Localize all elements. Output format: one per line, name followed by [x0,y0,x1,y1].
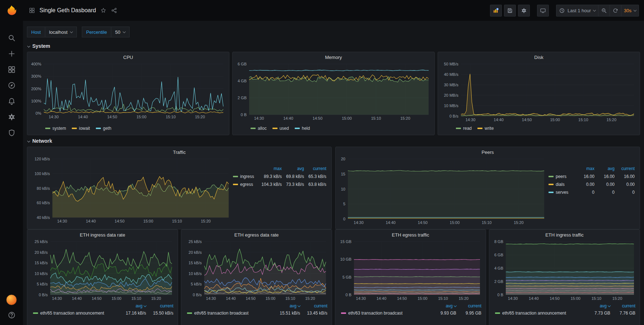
eth-egress-traffic-chart[interactable]: 15 GB10 GB5 GB0 B14:3014:4014:5015:0015:… [338,239,483,301]
legend-item[interactable]: write [477,126,494,131]
eth-ingress-rate-chart[interactable]: 25 kB/s20 kB/s15 kB/s10 kB/s5 kB/s0 B/s1… [30,239,175,301]
zoom-out-button[interactable] [598,5,610,17]
favorite-star-button[interactable] [100,7,107,14]
svg-text:15:20: 15:20 [459,296,469,301]
refresh-button[interactable] [610,5,621,17]
sidebar-item-dashboards[interactable] [8,65,16,74]
svg-text:0 B: 0 B [497,293,503,297]
svg-text:14:30: 14:30 [354,220,364,225]
eth-egress-traffic-legend: avgcurrent eth/63 transaction broadcast … [338,301,483,318]
host-variable: Host localhost [27,27,77,37]
panel-title[interactable]: ETH ingress traffic [492,232,637,239]
percentile-variable-select[interactable]: 50 [111,27,130,37]
panel-eth-ingress-data-rate: ETH ingress data rate 25 kB/s20 kB/s15 k… [27,229,178,325]
legend-item[interactable]: eth/65 transaction announcement [495,311,582,316]
eth-ingress-traffic-chart[interactable]: 8 GB6 GB4 GB2 GB0 B14:3014:4014:5015:001… [492,239,637,301]
svg-text:15:10: 15:10 [578,118,588,122]
panel-title[interactable]: ETH egress data rate [184,232,329,239]
sidebar-item-search[interactable] [8,34,16,42]
host-variable-select[interactable]: localhost [45,27,77,37]
svg-text:5 kB/s: 5 kB/s [191,282,202,286]
svg-text:15:00: 15:00 [570,296,580,301]
dashboard-settings-button[interactable] [518,5,530,17]
svg-text:15 kB/s: 15 kB/s [34,261,48,265]
sidebar-item-explore[interactable] [8,81,16,90]
eth-egress-rate-chart[interactable]: 25 kB/s20 kB/s15 kB/s10 kB/s5 kB/s0 B/s1… [184,239,329,301]
legend-item[interactable]: iowait [72,126,90,131]
row-header-network[interactable]: Network [28,137,640,145]
row-header-system[interactable]: System [28,42,640,50]
sidebar-item-configuration[interactable] [8,113,16,121]
svg-text:20 kB/s: 20 kB/s [188,250,202,255]
panel-title[interactable]: CPU [30,54,226,62]
legend-row: eth/65 transaction broadcast 15.51 kB/s … [187,310,327,317]
chevron-down-icon [123,30,126,33]
svg-text:0 B/s: 0 B/s [193,293,202,297]
traffic-chart[interactable]: 120 kB/s100 kB/s80 kB/s60 kB/s40 kB/s14:… [30,157,232,227]
legend-item[interactable]: serves [549,190,574,195]
cycle-view-button[interactable] [537,5,549,17]
sidebar-item-create[interactable] [8,50,16,58]
cpu-chart[interactable]: 400%300%200%100%0%14:3014:4014:5015:0015… [30,62,226,124]
legend-item[interactable]: geth [96,126,111,131]
add-panel-button[interactable] [490,5,502,17]
save-icon [507,8,513,14]
svg-text:100%: 100% [31,99,41,103]
memory-chart[interactable]: 6 GB4 GB2 GB0 B14:3014:4014:5015:0015:10… [235,62,431,124]
series-swatch [456,128,461,129]
search-icon [8,34,16,42]
svg-text:14:40: 14:40 [529,296,539,301]
sidebar-item-server-admin[interactable] [8,129,16,137]
legend-item[interactable]: peers [549,174,574,179]
save-dashboard-button[interactable] [504,5,516,17]
sidebar-bottom [6,294,17,325]
svg-text:15:10: 15:10 [438,296,448,301]
network-panels-row: Traffic 120 kB/s100 kB/s80 kB/s60 kB/s40… [27,147,640,226]
series-swatch [96,128,101,129]
panel-title[interactable]: Traffic [30,149,328,157]
legend-header: avgcurrent [495,302,635,310]
svg-text:14:30: 14:30 [466,118,476,122]
legend-item[interactable]: eth/65 transaction announcement [33,311,112,316]
svg-text:15:10: 15:10 [482,220,492,225]
svg-text:15:00: 15:00 [266,296,276,301]
sidebar-item-alerting[interactable] [8,97,16,105]
panel-title[interactable]: ETH egress traffic [338,232,483,239]
series-swatch [549,184,554,185]
legend-item[interactable]: eth/65 transaction broadcast [187,311,266,316]
svg-text:300%: 300% [31,74,41,78]
series-swatch [295,128,300,129]
legend-item[interactable]: system [45,126,66,131]
svg-text:2 GB: 2 GB [494,279,503,284]
legend-item[interactable]: dials [549,182,574,187]
refresh-icon [612,8,619,14]
svg-text:2 GB: 2 GB [238,96,247,100]
panel-title[interactable]: Disk [441,54,637,62]
svg-text:14:50: 14:50 [246,296,256,301]
time-range-button[interactable]: Last 1 hour [556,5,598,17]
svg-text:400%: 400% [31,62,41,66]
legend-item[interactable]: held [295,126,310,131]
legend-item[interactable]: eth/63 transaction broadcast [341,311,428,316]
user-avatar[interactable] [6,294,17,305]
disk-chart[interactable]: 50 MB/s40 MB/s30 MB/s20 MB/s10 MB/s0 B/s… [441,62,637,124]
refresh-interval-button[interactable]: 30s [621,5,639,17]
legend-item[interactable]: alloc [251,126,267,131]
legend-item[interactable]: egress [233,182,260,187]
peers-chart[interactable]: 2015105014:3014:4014:5015:0015:1015:20 [339,157,547,227]
legend-item[interactable]: used [272,126,289,131]
refresh-interval-label: 30s [624,8,631,13]
panel-title[interactable]: Peers [339,149,637,157]
svg-text:14:50: 14:50 [397,296,407,301]
legend-item[interactable]: read [456,126,472,131]
panel-title[interactable]: ETH ingress data rate [30,232,175,239]
series-swatch [549,192,554,193]
panel-title[interactable]: Memory [235,54,431,62]
grafana-logo[interactable] [0,0,23,21]
legend-header: avgcurrent [341,302,481,310]
legend-item[interactable]: ingress [233,174,260,179]
svg-text:20: 20 [341,157,345,161]
share-button[interactable] [111,7,117,14]
sidebar-item-help[interactable] [8,311,16,319]
svg-text:14:30: 14:30 [57,219,67,223]
